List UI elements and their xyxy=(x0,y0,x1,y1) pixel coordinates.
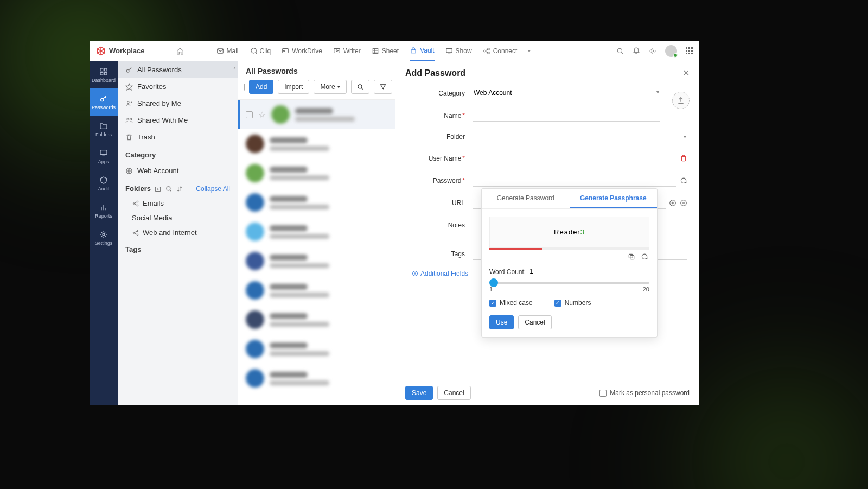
svg-point-48 xyxy=(137,205,138,206)
tab-sheet[interactable]: Sheet xyxy=(372,47,399,55)
popover-cancel-button[interactable]: Cancel xyxy=(518,315,551,329)
home-icon[interactable] xyxy=(176,47,184,55)
tree-all-passwords[interactable]: All Passwords xyxy=(118,61,238,78)
password-row[interactable] xyxy=(238,276,395,305)
svg-point-34 xyxy=(103,233,105,236)
tab-workdrive[interactable]: WorkDrive xyxy=(282,47,322,55)
close-icon[interactable]: ✕ xyxy=(682,68,690,78)
tree-shared-with-me[interactable]: Shared With Me xyxy=(118,112,238,129)
use-button[interactable]: Use xyxy=(489,315,514,329)
password-row[interactable] xyxy=(238,305,395,334)
rail-dashboard[interactable]: Dashboard xyxy=(90,61,118,88)
regenerate-icon[interactable] xyxy=(641,253,648,261)
tab-generate-passphrase[interactable]: Generate Passphrase xyxy=(570,189,658,208)
folder-social[interactable]: Social Media xyxy=(118,211,238,225)
import-button[interactable]: Import xyxy=(278,80,309,94)
tab-connect[interactable]: Connect xyxy=(483,47,518,55)
rail-folders[interactable]: Folders xyxy=(90,116,118,143)
list-search-button[interactable] xyxy=(351,80,369,94)
tree-folders-header: Folders xyxy=(125,185,151,193)
add-url-icon[interactable] xyxy=(669,199,676,207)
tab-show[interactable]: Show xyxy=(445,47,472,55)
save-button[interactable]: Save xyxy=(405,386,433,400)
word-count-input[interactable] xyxy=(529,267,542,276)
tab-vault[interactable]: Vault xyxy=(410,47,434,61)
name-input[interactable] xyxy=(473,109,660,122)
tree-shared-by-me[interactable]: Shared by Me xyxy=(118,95,238,112)
sort-folders-icon[interactable] xyxy=(176,185,183,193)
rail-settings[interactable]: Settings xyxy=(90,224,118,251)
tree-category-header: Category xyxy=(118,145,238,162)
svg-point-47 xyxy=(137,201,138,202)
rail-reports[interactable]: Reports xyxy=(90,197,118,224)
search-icon[interactable] xyxy=(616,47,624,55)
gear-icon[interactable] xyxy=(649,47,656,55)
password-row[interactable] xyxy=(238,334,395,364)
add-folder-icon[interactable] xyxy=(154,185,162,193)
svg-point-39 xyxy=(130,118,132,120)
tab-cliq[interactable]: Cliq xyxy=(250,47,271,55)
star-icon[interactable]: ☆ xyxy=(258,110,266,120)
generate-icon[interactable] xyxy=(680,177,687,185)
svg-line-22 xyxy=(621,52,623,54)
svg-rect-14 xyxy=(446,48,452,53)
generate-popover: Generate Password Generate Passphrase Re… xyxy=(481,188,658,338)
tab-generate-password[interactable]: Generate Password xyxy=(482,189,570,208)
list-title: All Passwords xyxy=(238,61,395,80)
folder-web-internet[interactable]: Web and Internet xyxy=(118,225,238,240)
user-avatar[interactable] xyxy=(665,45,677,57)
collapse-all-link[interactable]: Collapse All xyxy=(196,185,230,193)
folder-select[interactable]: ▾ xyxy=(473,131,687,142)
cancel-button[interactable]: Cancel xyxy=(437,386,470,400)
bell-icon[interactable] xyxy=(633,47,640,55)
tab-more[interactable]: ▾ xyxy=(528,48,531,54)
svg-point-16 xyxy=(483,50,486,52)
search-folder-icon[interactable] xyxy=(165,185,173,193)
more-button[interactable]: More ▾ xyxy=(314,80,346,94)
list-filter-button[interactable] xyxy=(374,80,392,94)
password-row[interactable] xyxy=(238,217,395,246)
apps-grid-icon[interactable] xyxy=(686,47,693,54)
clipboard-icon[interactable] xyxy=(680,155,687,162)
svg-point-35 xyxy=(126,69,129,72)
category-select[interactable]: Web Account▾ xyxy=(473,87,660,99)
tree-favorites[interactable]: Favorites xyxy=(118,78,238,95)
row-avatar xyxy=(246,252,264,270)
folder-emails[interactable]: Emails xyxy=(118,196,238,211)
svg-point-51 xyxy=(133,232,134,233)
password-row[interactable] xyxy=(238,246,395,276)
svg-line-54 xyxy=(135,231,137,232)
password-row[interactable] xyxy=(238,188,395,217)
password-row[interactable] xyxy=(238,364,395,393)
numbers-checkbox[interactable]: ✓Numbers xyxy=(554,299,591,307)
mixed-case-checkbox[interactable]: ✓Mixed case xyxy=(489,299,533,307)
topbar: Workplace Mail Cliq WorkDrive Writer She… xyxy=(90,41,699,61)
tab-writer[interactable]: Writer xyxy=(333,47,361,55)
rail-apps[interactable]: Apps xyxy=(90,143,118,170)
tree-web-account[interactable]: Web Account xyxy=(118,162,238,179)
username-input[interactable] xyxy=(473,152,676,164)
password-row[interactable]: ☆ xyxy=(238,100,395,129)
tab-mail[interactable]: Mail xyxy=(216,47,239,55)
collapse-sidebar-icon[interactable]: ‹ xyxy=(233,65,235,71)
password-row[interactable] xyxy=(238,129,395,158)
svg-point-23 xyxy=(652,50,654,52)
chevron-down-icon: ▾ xyxy=(684,134,686,139)
tree-trash[interactable]: Trash xyxy=(118,129,238,145)
svg-marker-8 xyxy=(336,49,339,52)
copy-icon[interactable] xyxy=(628,253,635,261)
list-toolbar: Add Import More ▾ xyxy=(238,80,395,100)
row-checkbox[interactable] xyxy=(246,111,253,118)
password-row[interactable] xyxy=(238,158,395,188)
nav-rail: Dashboard Passwords Folders Apps Audit R… xyxy=(90,61,118,405)
mark-personal-checkbox[interactable]: Mark as personal password xyxy=(599,389,690,397)
word-count-slider[interactable] xyxy=(489,282,649,284)
add-button[interactable]: Add xyxy=(249,80,273,94)
svg-point-18 xyxy=(487,52,489,54)
password-input[interactable] xyxy=(473,174,676,187)
slider-thumb[interactable] xyxy=(489,278,498,287)
rail-audit[interactable]: Audit xyxy=(90,170,118,197)
remove-url-icon[interactable] xyxy=(680,199,687,207)
select-all-checkbox[interactable] xyxy=(244,84,245,91)
rail-passwords[interactable]: Passwords xyxy=(90,88,118,116)
